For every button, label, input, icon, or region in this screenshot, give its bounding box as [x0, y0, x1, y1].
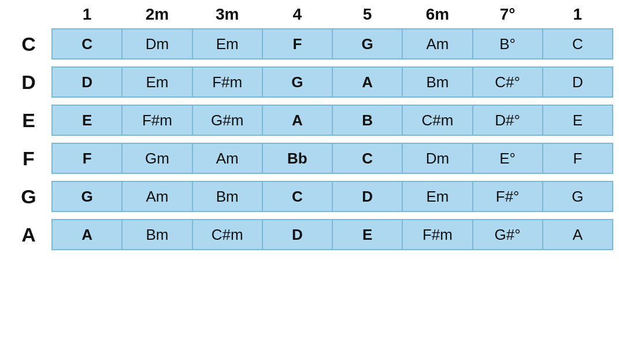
chord-row-C: CCDmEmFGAmB°C: [6, 29, 613, 59]
chord-cell-F-2: Am: [192, 143, 262, 173]
chord-cell-E-5: C#m: [402, 105, 472, 135]
chord-cell-D-5: Bm: [402, 67, 472, 97]
spacer-cell-E-0: [52, 135, 122, 143]
spacer-cell-G-7: [543, 211, 613, 220]
spacer-cell-E-1: [122, 135, 192, 143]
chord-cell-C-2: Em: [192, 29, 262, 59]
chord-cell-F-0: F: [52, 143, 122, 173]
spacer-key-G: [6, 211, 52, 220]
spacer-key-F: [6, 173, 52, 181]
chord-cell-D-4: A: [332, 67, 402, 97]
spacer-cell-F-1: [122, 173, 192, 181]
chord-cell-D-2: F#m: [192, 67, 262, 97]
spacer-cell-A-7: [543, 250, 613, 258]
spacer-cell-A-0: [52, 250, 122, 258]
spacer-cell-G-6: [473, 211, 543, 220]
chord-cell-C-3: F: [262, 29, 332, 59]
chord-cell-G-2: Bm: [192, 181, 262, 211]
chord-cell-E-6: D#°: [473, 105, 543, 135]
chord-row-F: FFGmAmBbCDmE°F: [6, 143, 613, 173]
spacer-cell-A-5: [402, 250, 472, 258]
chord-cell-F-1: Gm: [122, 143, 192, 173]
chord-cell-D-7: D: [543, 67, 613, 97]
spacer-cell-C-3: [262, 59, 332, 67]
spacer-cell-E-5: [402, 135, 472, 143]
spacer-cell-D-7: [543, 97, 613, 105]
chord-cell-G-4: D: [332, 181, 402, 211]
header-col-1: 1: [52, 0, 122, 29]
spacer-cell-G-2: [192, 211, 262, 220]
spacer-cell-C-0: [52, 59, 122, 67]
chord-cell-C-4: G: [332, 29, 402, 59]
chord-cell-A-6: G#°: [473, 220, 543, 250]
spacer-row-E: [6, 135, 613, 143]
header-col-3m: 3m: [192, 0, 262, 29]
key-label-F: F: [6, 143, 52, 173]
spacer-cell-C-5: [402, 59, 472, 67]
spacer-cell-E-2: [192, 135, 262, 143]
spacer-cell-D-3: [262, 97, 332, 105]
spacer-cell-G-0: [52, 211, 122, 220]
chord-cell-D-1: Em: [122, 67, 192, 97]
spacer-row-F: [6, 173, 613, 181]
chord-cell-D-6: C#°: [473, 67, 543, 97]
spacer-cell-E-6: [473, 135, 543, 143]
chord-cell-C-7: C: [543, 29, 613, 59]
header-key-spacer: [6, 0, 52, 29]
chord-cell-E-1: F#m: [122, 105, 192, 135]
spacer-key-A: [6, 250, 52, 258]
chord-cell-C-1: Dm: [122, 29, 192, 59]
spacer-cell-F-2: [192, 173, 262, 181]
spacer-cell-D-2: [192, 97, 262, 105]
chord-cell-A-0: A: [52, 220, 122, 250]
page-container: 1 2m 3m 4 5 6m 7° 1 CCDmEmFGAmB°CDDEmF#m…: [0, 0, 619, 364]
spacer-cell-A-1: [122, 250, 192, 258]
key-label-E: E: [6, 105, 52, 135]
chord-table: 1 2m 3m 4 5 6m 7° 1 CCDmEmFGAmB°CDDEmF#m…: [6, 0, 613, 258]
spacer-key-C: [6, 59, 52, 67]
spacer-cell-A-4: [332, 250, 402, 258]
spacer-cell-F-0: [52, 173, 122, 181]
chord-cell-C-6: B°: [473, 29, 543, 59]
chord-cell-F-4: C: [332, 143, 402, 173]
spacer-cell-A-6: [473, 250, 543, 258]
chord-row-D: DDEmF#mGABmC#°D: [6, 67, 613, 97]
chord-cell-D-0: D: [52, 67, 122, 97]
chord-row-G: GGAmBmCDEmF#°G: [6, 181, 613, 211]
chord-cell-G-6: F#°: [473, 181, 543, 211]
chord-cell-A-5: F#m: [402, 220, 472, 250]
chord-cell-F-5: Dm: [402, 143, 472, 173]
spacer-row-D: [6, 97, 613, 105]
key-label-G: G: [6, 181, 52, 211]
spacer-cell-F-3: [262, 173, 332, 181]
chord-cell-A-1: Bm: [122, 220, 192, 250]
chord-cell-G-1: Am: [122, 181, 192, 211]
chord-cell-A-4: E: [332, 220, 402, 250]
header-col-6m: 6m: [402, 0, 472, 29]
chord-cell-E-2: G#m: [192, 105, 262, 135]
header-col-7dim: 7°: [473, 0, 543, 29]
spacer-cell-C-6: [473, 59, 543, 67]
chord-cell-E-7: E: [543, 105, 613, 135]
chord-cell-F-6: E°: [473, 143, 543, 173]
header-col-5: 5: [332, 0, 402, 29]
spacer-cell-G-1: [122, 211, 192, 220]
spacer-cell-G-4: [332, 211, 402, 220]
spacer-cell-D-0: [52, 97, 122, 105]
spacer-cell-D-5: [402, 97, 472, 105]
spacer-row-C: [6, 59, 613, 67]
spacer-row-A: [6, 250, 613, 258]
spacer-cell-F-6: [473, 173, 543, 181]
chord-table-wrapper: 1 2m 3m 4 5 6m 7° 1 CCDmEmFGAmB°CDDEmF#m…: [0, 0, 619, 258]
chord-cell-C-0: C: [52, 29, 122, 59]
spacer-key-D: [6, 97, 52, 105]
chord-cell-C-5: Am: [402, 29, 472, 59]
chord-cell-A-7: A: [543, 220, 613, 250]
spacer-cell-C-2: [192, 59, 262, 67]
header-col-4: 4: [262, 0, 332, 29]
spacer-cell-G-3: [262, 211, 332, 220]
chord-row-E: EEF#mG#mABC#mD#°E: [6, 105, 613, 135]
chord-cell-G-0: G: [52, 181, 122, 211]
spacer-cell-D-6: [473, 97, 543, 105]
header-col-1b: 1: [543, 0, 613, 29]
